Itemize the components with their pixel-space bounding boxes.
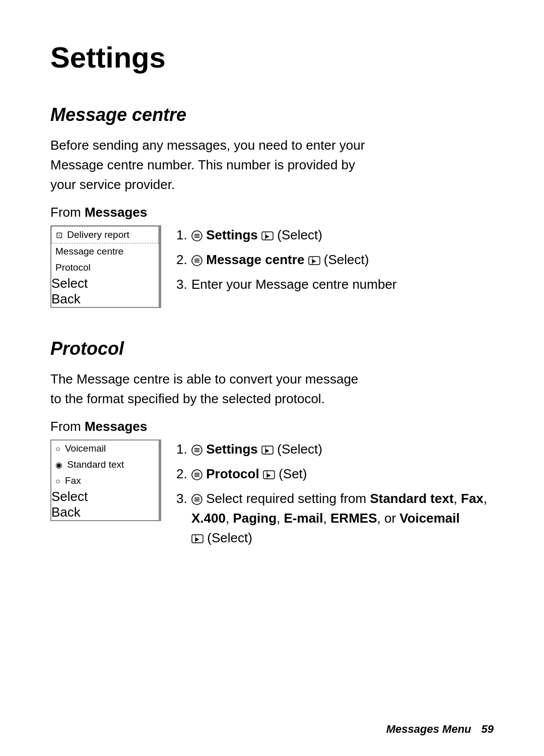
section1-content-area: ⊡ Delivery report Message centre Protoco… xyxy=(50,225,494,308)
section2-heading: Protocol xyxy=(50,338,494,359)
svg-text:▶: ▶ xyxy=(312,258,316,264)
menu-item-fax[interactable]: ○ Fax xyxy=(51,473,159,489)
section2-description: The Message centre is able to convert yo… xyxy=(50,369,373,409)
nokia-menu-icon-5 xyxy=(191,494,202,505)
section2-softkeys: Select Back xyxy=(51,489,159,520)
menu-item-delivery-report[interactable]: ⊡ Delivery report xyxy=(51,226,159,243)
page-title: Settings xyxy=(50,40,494,74)
footer-section: Messages Menu xyxy=(386,723,471,736)
svg-text:▶: ▶ xyxy=(265,448,269,453)
nokia-menu-icon-2 xyxy=(191,255,202,266)
section1-step2: 2. Message centre xyxy=(176,250,397,270)
section2-menu-items: ○ Voicemail ◉ Standard text ○ Fax xyxy=(51,440,159,520)
fax-radio-icon: ○ xyxy=(55,477,60,485)
section2-step2: 2. Protocol xyxy=(176,464,487,484)
section1-heading: Message centre xyxy=(50,104,494,125)
menu-item-voicemail[interactable]: ○ Voicemail xyxy=(51,440,159,457)
page-content: Settings Message centre Before sending a… xyxy=(0,0,544,613)
section-protocol: Protocol The Message centre is able to c… xyxy=(50,338,494,553)
footer-page-number: 59 xyxy=(482,723,494,736)
delivery-report-icon: ⊡ xyxy=(56,231,62,239)
section1-divider xyxy=(159,226,160,307)
select-icon-5: ▶ xyxy=(191,534,203,543)
section2-steps: 1. Settings xyxy=(176,439,487,553)
section2-select-button[interactable]: Select xyxy=(51,489,159,505)
menu-item-standard-text[interactable]: ◉ Standard text xyxy=(51,457,159,473)
section2-screen: ○ Voicemail ◉ Standard text ○ Fax xyxy=(50,439,161,521)
section1-step1: 1. Settings xyxy=(176,225,397,245)
select-icon-2: ▶ xyxy=(308,256,320,265)
section1-menu-items: ⊡ Delivery report Message centre Protoco… xyxy=(51,226,159,307)
section1-back-button[interactable]: Back xyxy=(51,291,159,307)
section2-step1: 1. Settings xyxy=(176,439,487,459)
nokia-menu-icon-3 xyxy=(191,445,202,456)
section1-phone-screen: ⊡ Delivery report Message centre Protoco… xyxy=(50,225,161,308)
section2-divider xyxy=(159,440,160,520)
voicemail-radio-icon: ○ xyxy=(55,445,60,453)
section1-steps: 1. Settings xyxy=(176,225,397,299)
select-icon-3: ▶ xyxy=(261,446,274,455)
section2-content-area: ○ Voicemail ◉ Standard text ○ Fax xyxy=(50,439,494,553)
svg-text:▶: ▶ xyxy=(267,472,271,478)
menu-item-message-centre[interactable]: Message centre xyxy=(51,243,159,260)
section2-phone-screen: ○ Voicemail ◉ Standard text ○ Fax xyxy=(50,439,161,521)
section1-description: Before sending any messages, you need to… xyxy=(50,136,373,195)
svg-text:▶: ▶ xyxy=(195,536,199,542)
section1-step3: 3. Enter your Message centre number xyxy=(176,275,397,294)
section1-screen: ⊡ Delivery report Message centre Protoco… xyxy=(50,225,161,308)
menu-item-protocol[interactable]: Protocol xyxy=(51,260,159,276)
select-icon-1: ▶ xyxy=(261,231,274,240)
section2-back-button[interactable]: Back xyxy=(51,505,159,520)
footer: Messages Menu 59 xyxy=(386,723,494,736)
section2-step3: 3. Select required setting from Standard… xyxy=(176,489,487,548)
section1-softkeys: Select Back xyxy=(51,276,159,307)
standard-text-radio-icon: ◉ xyxy=(55,461,62,469)
nokia-menu-icon-4 xyxy=(191,469,202,480)
section2-from: From Messages xyxy=(50,419,494,434)
section1-from: From Messages xyxy=(50,205,494,220)
nokia-menu-icon-1 xyxy=(191,230,202,241)
svg-text:▶: ▶ xyxy=(265,233,269,239)
section1-select-button[interactable]: Select xyxy=(51,276,159,291)
section-message-centre: Message centre Before sending any messag… xyxy=(50,104,494,308)
select-icon-4: ▶ xyxy=(263,470,275,479)
